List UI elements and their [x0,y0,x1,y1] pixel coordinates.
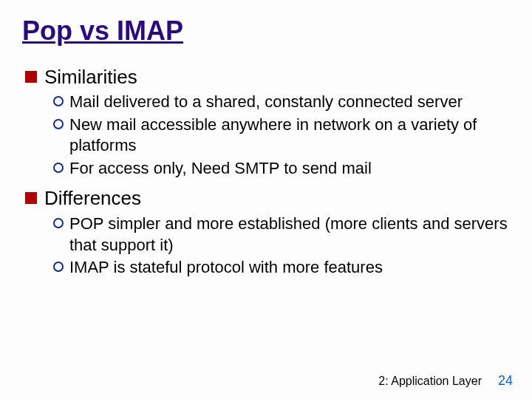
circle-bullet-icon [53,218,64,228]
section-heading: Differences [44,186,141,211]
square-bullet-icon [25,71,37,83]
footer-label: 2: Application Layer [378,375,482,388]
section-heading-row: Differences [25,186,510,211]
page-number: 24 [498,373,513,389]
circle-bullet-icon [53,163,64,173]
slide: Pop vs IMAP Similarities Mail delivered … [0,0,532,399]
list-item: Mail delivered to a shared, constanly co… [53,92,510,113]
list-item-text: Mail delivered to a shared, constanly co… [69,92,463,113]
circle-bullet-icon [53,262,64,272]
circle-bullet-icon [53,119,64,129]
list-item-text: For access only, Need SMTP to send mail [69,158,372,180]
footer: 2: Application Layer 24 [378,373,513,389]
section-heading: Similarities [44,65,137,89]
section-items: Mail delivered to a shared, constanly co… [53,92,510,179]
list-item: New mail accessible anywhere in network … [53,115,510,157]
list-item-text: New mail accessible anywhere in network … [69,115,510,157]
section-items: POP simpler and more established (more c… [53,214,510,279]
list-item: POP simpler and more established (more c… [53,214,510,256]
list-item: IMAP is stateful protocol with more feat… [53,257,510,279]
list-item-text: IMAP is stateful protocol with more feat… [69,257,383,279]
list-item-text: POP simpler and more established (more c… [69,214,510,256]
circle-bullet-icon [53,96,64,106]
list-item: For access only, Need SMTP to send mail [53,158,510,180]
square-bullet-icon [25,192,37,204]
slide-title: Pop vs IMAP [22,16,510,46]
section-heading-row: Similarities [25,65,510,89]
